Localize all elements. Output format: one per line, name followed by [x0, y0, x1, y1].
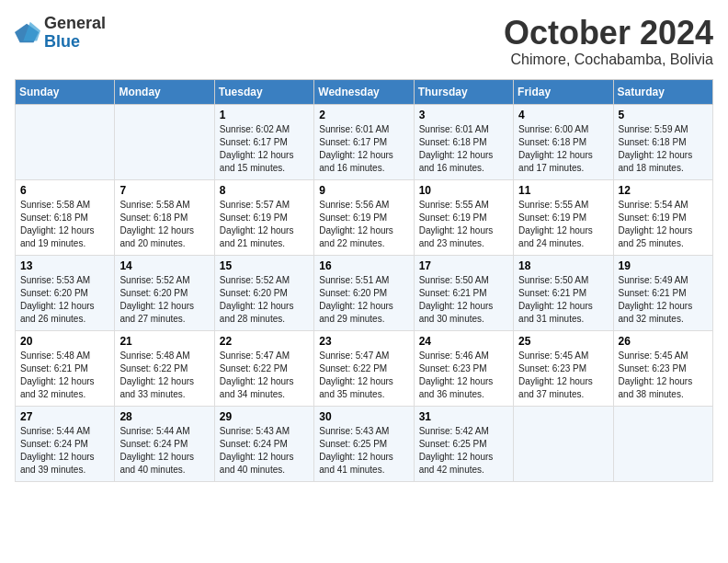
calendar-cell: 15Sunrise: 5:52 AMSunset: 6:20 PMDayligh… [214, 255, 313, 330]
day-info: Sunrise: 5:56 AMSunset: 6:19 PMDaylight:… [319, 199, 408, 250]
calendar-cell: 2Sunrise: 6:01 AMSunset: 6:17 PMDaylight… [314, 104, 414, 179]
page-header: General Blue October 2024 Chimore, Cocha… [15, 15, 713, 68]
calendar-cell: 31Sunrise: 5:42 AMSunset: 6:25 PMDayligh… [414, 406, 513, 481]
day-number: 3 [419, 109, 508, 121]
calendar-cell: 6Sunrise: 5:58 AMSunset: 6:18 PMDaylight… [16, 179, 115, 255]
calendar-cell: 8Sunrise: 5:57 AMSunset: 6:19 PMDaylight… [214, 179, 313, 255]
calendar-cell: 21Sunrise: 5:48 AMSunset: 6:22 PMDayligh… [115, 330, 214, 406]
day-number: 21 [119, 335, 209, 348]
day-number: 27 [20, 410, 109, 423]
day-number: 31 [419, 410, 508, 423]
day-info: Sunrise: 5:58 AMSunset: 6:18 PMDaylight:… [119, 199, 209, 250]
day-info: Sunrise: 5:48 AMSunset: 6:22 PMDaylight:… [119, 350, 209, 401]
day-info: Sunrise: 5:55 AMSunset: 6:19 PMDaylight:… [419, 199, 508, 250]
col-wednesday: Wednesday [314, 79, 414, 104]
day-number: 15 [220, 259, 309, 272]
calendar-cell: 14Sunrise: 5:52 AMSunset: 6:20 PMDayligh… [115, 255, 214, 330]
day-info: Sunrise: 5:44 AMSunset: 6:24 PMDaylight:… [119, 425, 209, 477]
day-number: 22 [220, 335, 309, 348]
calendar-body: 1Sunrise: 6:02 AMSunset: 6:17 PMDaylight… [16, 104, 713, 481]
calendar-cell: 1Sunrise: 6:02 AMSunset: 6:17 PMDaylight… [214, 104, 313, 179]
calendar-cell: 20Sunrise: 5:48 AMSunset: 6:21 PMDayligh… [16, 330, 115, 406]
calendar-cell: 29Sunrise: 5:43 AMSunset: 6:24 PMDayligh… [214, 406, 313, 481]
day-info: Sunrise: 5:47 AMSunset: 6:22 PMDaylight:… [319, 350, 408, 401]
day-number: 2 [319, 109, 408, 121]
col-sunday: Sunday [16, 79, 115, 104]
calendar-cell: 7Sunrise: 5:58 AMSunset: 6:18 PMDaylight… [115, 179, 214, 255]
calendar-week-4: 20Sunrise: 5:48 AMSunset: 6:21 PMDayligh… [16, 330, 713, 406]
col-friday: Friday [514, 79, 613, 104]
day-info: Sunrise: 5:58 AMSunset: 6:18 PMDaylight:… [20, 199, 109, 250]
calendar-table: Sunday Monday Tuesday Wednesday Thursday… [15, 79, 713, 482]
calendar-cell: 13Sunrise: 5:53 AMSunset: 6:20 PMDayligh… [16, 255, 115, 330]
calendar-cell: 24Sunrise: 5:46 AMSunset: 6:23 PMDayligh… [414, 330, 513, 406]
calendar-cell: 9Sunrise: 5:56 AMSunset: 6:19 PMDaylight… [314, 179, 414, 255]
col-thursday: Thursday [414, 79, 513, 104]
calendar-cell: 12Sunrise: 5:54 AMSunset: 6:19 PMDayligh… [613, 179, 712, 255]
day-info: Sunrise: 5:50 AMSunset: 6:21 PMDaylight:… [419, 274, 508, 326]
calendar-week-2: 6Sunrise: 5:58 AMSunset: 6:18 PMDaylight… [16, 179, 713, 255]
calendar-cell: 27Sunrise: 5:44 AMSunset: 6:24 PMDayligh… [16, 406, 115, 481]
calendar-cell: 23Sunrise: 5:47 AMSunset: 6:22 PMDayligh… [314, 330, 414, 406]
day-number: 23 [319, 335, 408, 348]
header-row: Sunday Monday Tuesday Wednesday Thursday… [16, 79, 713, 104]
day-info: Sunrise: 5:47 AMSunset: 6:22 PMDaylight:… [220, 350, 309, 401]
day-number: 9 [319, 184, 408, 197]
calendar-cell [514, 406, 613, 481]
day-number: 16 [319, 259, 408, 272]
day-number: 30 [319, 410, 408, 423]
day-number: 10 [419, 184, 508, 197]
calendar-cell: 26Sunrise: 5:45 AMSunset: 6:23 PMDayligh… [613, 330, 712, 406]
calendar-week-5: 27Sunrise: 5:44 AMSunset: 6:24 PMDayligh… [16, 406, 713, 481]
day-info: Sunrise: 5:42 AMSunset: 6:25 PMDaylight:… [419, 425, 508, 477]
day-number: 25 [518, 335, 608, 348]
calendar-cell: 19Sunrise: 5:49 AMSunset: 6:21 PMDayligh… [613, 255, 712, 330]
calendar-cell [613, 406, 712, 481]
day-number: 19 [619, 259, 708, 272]
logo-blue: Blue [44, 32, 80, 51]
day-number: 13 [20, 259, 109, 272]
day-info: Sunrise: 5:55 AMSunset: 6:19 PMDaylight:… [518, 199, 608, 250]
logo: General Blue [15, 15, 106, 52]
day-number: 4 [518, 109, 608, 121]
day-info: Sunrise: 6:00 AMSunset: 6:18 PMDaylight:… [518, 123, 608, 175]
day-number: 26 [619, 335, 708, 348]
day-info: Sunrise: 5:45 AMSunset: 6:23 PMDaylight:… [619, 350, 708, 401]
calendar-week-3: 13Sunrise: 5:53 AMSunset: 6:20 PMDayligh… [16, 255, 713, 330]
calendar-cell: 11Sunrise: 5:55 AMSunset: 6:19 PMDayligh… [514, 179, 613, 255]
day-number: 11 [518, 184, 608, 197]
calendar-cell: 17Sunrise: 5:50 AMSunset: 6:21 PMDayligh… [414, 255, 513, 330]
day-info: Sunrise: 5:49 AMSunset: 6:21 PMDaylight:… [619, 274, 708, 326]
day-number: 17 [419, 259, 508, 272]
day-number: 6 [20, 184, 109, 197]
calendar-header: Sunday Monday Tuesday Wednesday Thursday… [16, 79, 713, 104]
col-tuesday: Tuesday [214, 79, 313, 104]
logo-icon [15, 20, 40, 46]
day-number: 5 [619, 109, 708, 121]
day-info: Sunrise: 5:46 AMSunset: 6:23 PMDaylight:… [419, 350, 508, 401]
day-info: Sunrise: 5:54 AMSunset: 6:19 PMDaylight:… [619, 199, 708, 250]
day-number: 12 [619, 184, 708, 197]
day-info: Sunrise: 5:44 AMSunset: 6:24 PMDaylight:… [20, 425, 109, 477]
day-info: Sunrise: 5:57 AMSunset: 6:19 PMDaylight:… [220, 199, 309, 250]
day-info: Sunrise: 6:01 AMSunset: 6:18 PMDaylight:… [419, 123, 508, 175]
calendar-cell: 22Sunrise: 5:47 AMSunset: 6:22 PMDayligh… [214, 330, 313, 406]
day-number: 24 [419, 335, 508, 348]
day-number: 18 [518, 259, 608, 272]
col-saturday: Saturday [613, 79, 712, 104]
day-number: 7 [119, 184, 209, 197]
day-info: Sunrise: 6:01 AMSunset: 6:17 PMDaylight:… [319, 123, 408, 175]
calendar-cell: 3Sunrise: 6:01 AMSunset: 6:18 PMDaylight… [414, 104, 513, 179]
day-info: Sunrise: 5:52 AMSunset: 6:20 PMDaylight:… [220, 274, 309, 326]
col-monday: Monday [115, 79, 214, 104]
calendar-week-1: 1Sunrise: 6:02 AMSunset: 6:17 PMDaylight… [16, 104, 713, 179]
day-info: Sunrise: 5:52 AMSunset: 6:20 PMDaylight:… [119, 274, 209, 326]
day-info: Sunrise: 5:53 AMSunset: 6:20 PMDaylight:… [20, 274, 109, 326]
page-title: October 2024 [504, 15, 713, 52]
calendar-cell: 5Sunrise: 5:59 AMSunset: 6:18 PMDaylight… [613, 104, 712, 179]
day-info: Sunrise: 5:45 AMSunset: 6:23 PMDaylight:… [518, 350, 608, 401]
calendar-cell: 4Sunrise: 6:00 AMSunset: 6:18 PMDaylight… [514, 104, 613, 179]
calendar-cell: 25Sunrise: 5:45 AMSunset: 6:23 PMDayligh… [514, 330, 613, 406]
day-number: 1 [220, 109, 309, 121]
calendar-cell: 28Sunrise: 5:44 AMSunset: 6:24 PMDayligh… [115, 406, 214, 481]
